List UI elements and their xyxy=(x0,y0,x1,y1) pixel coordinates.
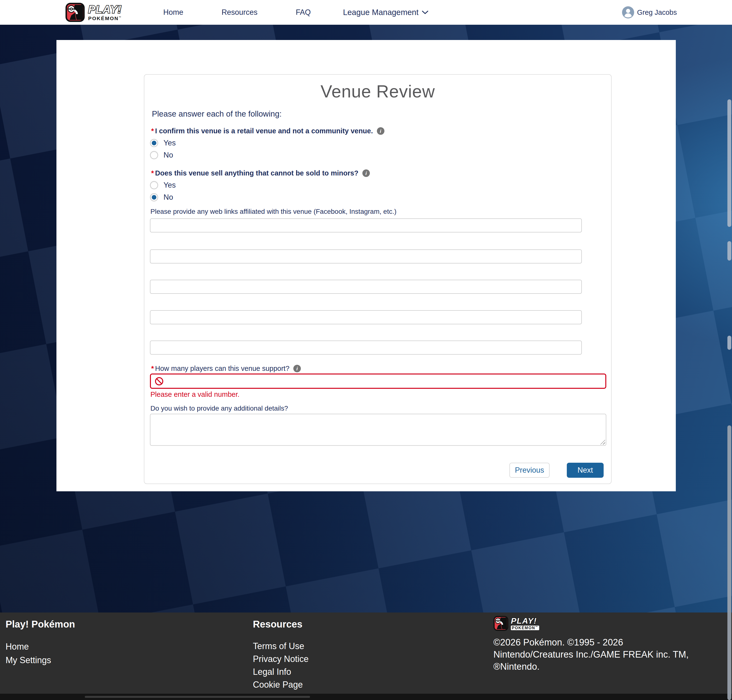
footer-link-home[interactable]: Home xyxy=(6,641,75,652)
footer-link-terms-of-use[interactable]: Terms of Use xyxy=(253,641,316,651)
copyright-line: ©2026 Pokémon. ©1995 - 2026 xyxy=(493,636,689,649)
content-panel: Venue Review Please answer each of the f… xyxy=(56,40,676,491)
required-asterisk: * xyxy=(151,365,154,372)
web-link-input-2[interactable] xyxy=(150,249,582,263)
footer-brand-heading: Play! Pokémon xyxy=(6,619,75,630)
invalid-value-icon xyxy=(155,377,163,385)
play-pokemon-wordmark: PLAY! POKÉMON™ xyxy=(88,4,122,21)
user-avatar-icon xyxy=(622,6,634,18)
vertical-scrollbar-segment[interactable] xyxy=(728,336,731,350)
next-button[interactable]: Next xyxy=(567,463,604,478)
footer-link-legal-info[interactable]: Legal Info xyxy=(253,667,316,677)
play-pokemon-logo-icon xyxy=(65,3,85,22)
footer: Play! Pokémon Home My Settings Resources… xyxy=(0,613,732,700)
footer-resources-heading: Resources xyxy=(253,619,316,630)
play-pokemon-logo[interactable]: PLAY! POKÉMON™ xyxy=(65,3,122,22)
form-intro: Please answer each of the following: xyxy=(152,109,282,119)
previous-button[interactable]: Previous xyxy=(509,463,550,478)
checkered-background: Venue Review Please answer each of the f… xyxy=(0,25,732,613)
question-retail-venue-label: * I confirm this venue is a retail venue… xyxy=(151,127,384,135)
copyright-line: Nintendo/Creatures Inc./GAME FREAK inc. … xyxy=(493,649,689,660)
vertical-scrollbar-segment[interactable] xyxy=(728,241,731,260)
radio-label: No xyxy=(163,193,173,201)
user-name: Greg Jacobs xyxy=(637,9,677,16)
horizontal-scrollbar-thumb[interactable] xyxy=(85,696,310,698)
footer-resources-column: Resources Terms of Use Privacy Notice Le… xyxy=(253,619,316,700)
trademark-symbol: ™ xyxy=(119,16,122,19)
players-count-field-error xyxy=(150,374,606,389)
details-label: Do you wish to provide any additional de… xyxy=(150,404,288,412)
radio-option-minors-yes[interactable]: Yes xyxy=(150,181,176,190)
footer-link-my-settings[interactable]: My Settings xyxy=(6,655,75,665)
nav-dropdown-league-management[interactable]: League Management xyxy=(343,8,428,17)
footer-wordmark: PLAY! POKÉMON™ xyxy=(511,617,539,630)
details-textarea-wrap xyxy=(150,414,606,446)
logo-pokemon-text: POKÉMON™ xyxy=(88,16,122,21)
players-count-input[interactable] xyxy=(167,377,601,385)
footer-play-pokemon-logo: PLAY! POKÉMON™ xyxy=(493,616,689,631)
web-link-input-5[interactable] xyxy=(150,341,582,354)
radio-option-minors-no[interactable]: No xyxy=(150,193,173,201)
nav-link-home[interactable]: Home xyxy=(163,8,183,17)
logo-pokemon-text: POKÉMON™ xyxy=(511,626,539,630)
logo-play-text: PLAY! xyxy=(88,4,122,15)
weblinks-label: Please provide any web links affiliated … xyxy=(150,208,396,215)
nav-links: Home Resources FAQ League Management xyxy=(155,0,428,25)
footer-brand-column: Play! Pokémon Home My Settings xyxy=(6,619,75,665)
details-textarea[interactable] xyxy=(150,414,606,446)
copyright-text: ©2026 Pokémon. ©1995 - 2026 Nintendo/Cre… xyxy=(493,636,689,673)
vertical-scrollbar-thumb[interactable] xyxy=(728,425,731,700)
radio-selected-icon[interactable] xyxy=(150,139,158,147)
footer-link-privacy-notice[interactable]: Privacy Notice xyxy=(253,654,316,664)
question-minors-label: * Does this venue sell anything that can… xyxy=(151,169,370,177)
radio-label: No xyxy=(163,151,173,159)
top-navigation: PLAY! POKÉMON™ Home Resources FAQ League… xyxy=(0,0,732,25)
info-icon[interactable]: i xyxy=(293,365,301,372)
radio-label: Yes xyxy=(163,139,176,147)
players-error-message: Please enter a valid number. xyxy=(150,390,239,399)
chevron-down-icon xyxy=(422,10,428,14)
footer-legal-column: PLAY! POKÉMON™ ©2026 Pokémon. ©1995 - 20… xyxy=(493,616,689,673)
radio-unselected-icon[interactable] xyxy=(150,181,158,189)
radio-unselected-icon[interactable] xyxy=(150,151,158,159)
nav-link-resources[interactable]: Resources xyxy=(222,8,257,17)
radio-option-retail-yes[interactable]: Yes xyxy=(150,139,176,147)
page-title: Venue Review xyxy=(144,81,611,101)
radio-selected-icon[interactable] xyxy=(150,193,158,201)
players-question-label: * How many players can this venue suppor… xyxy=(151,365,301,372)
radio-label: Yes xyxy=(163,181,176,190)
vertical-scrollbar-thumb[interactable] xyxy=(728,99,731,227)
footer-link-cookie-page[interactable]: Cookie Page xyxy=(253,679,316,690)
venue-review-card: Venue Review Please answer each of the f… xyxy=(144,74,612,484)
nav-link-faq[interactable]: FAQ xyxy=(296,8,311,17)
required-asterisk: * xyxy=(151,127,154,135)
web-link-input-1[interactable] xyxy=(150,218,582,232)
required-asterisk: * xyxy=(151,169,154,177)
user-menu[interactable]: Greg Jacobs xyxy=(622,0,677,25)
trademark-symbol: ™ xyxy=(535,626,538,628)
horizontal-scrollbar-track xyxy=(0,694,732,700)
logo-play-text: PLAY! xyxy=(511,617,539,625)
copyright-line: ®Nintendo. xyxy=(493,660,689,673)
info-icon[interactable]: i xyxy=(377,127,384,135)
web-link-input-3[interactable] xyxy=(150,280,582,294)
play-pokemon-logo-icon xyxy=(493,616,508,631)
page: PLAY! POKÉMON™ Home Resources FAQ League… xyxy=(0,0,732,700)
web-link-input-4[interactable] xyxy=(150,310,582,324)
info-icon[interactable]: i xyxy=(362,169,370,177)
radio-option-retail-no[interactable]: No xyxy=(150,151,173,159)
